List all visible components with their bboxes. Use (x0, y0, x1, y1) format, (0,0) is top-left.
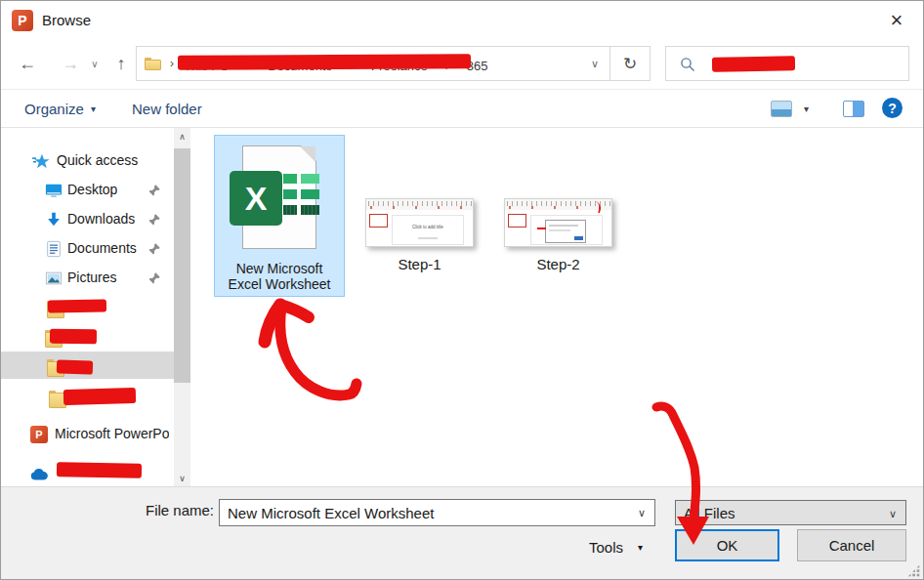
scroll-down-button[interactable]: ∨ (174, 470, 190, 486)
file-type-select[interactable]: All Files ∨ (675, 500, 906, 525)
breadcrumb[interactable]: › This PC › Documents › Freelance › 365 (137, 47, 580, 80)
file-name-value: New Microsoft Excel Worksheet (228, 500, 434, 526)
search-input[interactable] (665, 46, 909, 81)
file-name-label[interactable]: Step-1 (365, 256, 474, 272)
redaction-marker (57, 462, 142, 478)
tools-dropdown[interactable]: Tools ▾ (589, 539, 643, 556)
file-name-label: New Microsoft Excel Worksheet (215, 261, 344, 292)
sidebar-item-folder-redacted[interactable] (1, 383, 174, 410)
sidebar-item-onedrive-redacted[interactable] (1, 460, 174, 487)
scrollbar-thumb[interactable] (174, 148, 190, 383)
views-dropdown-button[interactable]: ▾ (804, 90, 809, 127)
forward-icon: → (62, 54, 79, 74)
redaction-marker (63, 388, 136, 405)
onedrive-cloud-icon (30, 466, 48, 483)
file-tile-step1[interactable]: Click to add title (365, 198, 474, 247)
organize-button[interactable]: Organize ▾ (24, 90, 96, 127)
footer-panel: File name: New Microsoft Excel Worksheet… (1, 486, 923, 580)
mini-red-mark (537, 228, 546, 229)
address-dropdown-button[interactable]: ∨ (580, 47, 609, 80)
navigation-bar: ← → ∨ ↑ › This PC › Documents › Freelanc… (1, 46, 923, 81)
file-tile-excel-selected[interactable]: X New Microsoft Excel Worksheet (214, 135, 345, 297)
sidebar-item-label: Downloads (67, 211, 135, 227)
excel-bar (283, 189, 297, 199)
redaction-marker (48, 299, 106, 312)
help-button[interactable]: ? (882, 98, 903, 118)
file-name-combobox[interactable]: New Microsoft Excel Worksheet ∨ (219, 499, 655, 526)
file-list: X New Microsoft Excel Worksheet Click to… (192, 128, 922, 486)
mini-slide-title: Click to add title (401, 225, 454, 229)
sidebar-item-label: Pictures (67, 269, 117, 285)
quick-access-star-icon (32, 152, 50, 170)
pin-icon[interactable] (147, 213, 161, 227)
redaction-marker (712, 56, 795, 71)
excel-bar (301, 189, 319, 199)
organize-label: Organize (24, 101, 84, 117)
page-fold (300, 146, 315, 162)
pin-icon[interactable] (147, 271, 161, 285)
sidebar-item-folder-redacted[interactable] (1, 322, 174, 350)
excel-bar (283, 205, 297, 215)
documents-icon (45, 240, 63, 258)
excel-logo-icon: X (230, 171, 282, 226)
chevron-down-icon: ∨ (889, 501, 897, 526)
file-name-field-label: File name: (128, 502, 214, 518)
browse-dialog: P Browse × ← → ∨ ↑ › This PC › D (0, 0, 924, 580)
excel-bar (301, 174, 319, 184)
chevron-down-icon: ▾ (804, 104, 809, 114)
recent-locations-button[interactable]: ∨ (85, 46, 105, 81)
back-button[interactable]: ← (13, 46, 42, 81)
sidebar-item-folder-redacted-selected[interactable] (1, 352, 174, 379)
chevron-down-icon: ∨ (91, 59, 98, 69)
help-icon: ? (888, 101, 897, 116)
powerpoint-icon: P (30, 426, 48, 443)
new-folder-button[interactable]: New folder (132, 90, 202, 127)
cancel-button[interactable]: Cancel (797, 529, 906, 561)
chevron-down-icon: ▾ (638, 542, 643, 553)
command-bar: Organize ▾ New folder ▾ ? (1, 89, 923, 128)
sidebar-item-label: Documents (67, 240, 137, 256)
location-folder-icon (145, 58, 161, 70)
ribbon-strip (366, 199, 473, 210)
file-tile-step2[interactable] (504, 198, 612, 247)
breadcrumb-separator-icon: › (170, 57, 174, 70)
back-icon: ← (19, 54, 36, 74)
navigation-pane: Quick access Desktop Downloads (1, 128, 174, 486)
search-icon (680, 57, 695, 72)
slide-panel (369, 214, 388, 228)
sidebar-item-desktop[interactable]: Desktop (1, 177, 174, 204)
forward-button[interactable]: → (56, 46, 85, 81)
up-button[interactable]: ↑ (106, 46, 136, 81)
sidebar-item-downloads[interactable]: Downloads (1, 206, 174, 233)
sidebar-scrollbar[interactable]: ∧ ∨ (174, 128, 190, 486)
sidebar-item-folder-redacted[interactable] (1, 293, 174, 320)
file-name-label[interactable]: Step-2 (504, 256, 612, 272)
ok-label: OK (717, 537, 738, 554)
sidebar-item-documents[interactable]: Documents (1, 235, 174, 263)
up-icon: ↑ (117, 54, 126, 74)
preview-pane-button[interactable] (843, 90, 864, 127)
window-title: Browse (42, 12, 91, 28)
sidebar-item-quick-access[interactable]: Quick access (1, 147, 174, 175)
resize-grip[interactable] (907, 564, 920, 577)
ok-button[interactable]: OK (675, 529, 779, 561)
pin-icon[interactable] (147, 184, 161, 197)
redaction-marker (178, 54, 471, 70)
preview-pane-icon (843, 101, 864, 117)
sidebar-item-microsoft-powerpoint[interactable]: P Microsoft PowerPo (1, 421, 174, 448)
sidebar-item-label: Microsoft PowerPo (55, 426, 169, 441)
slide-panel (508, 214, 526, 228)
close-button[interactable]: × (880, 7, 913, 34)
redaction-marker (57, 359, 93, 374)
views-icon (771, 101, 792, 117)
new-folder-label: New folder (132, 101, 202, 117)
slide-area: Click to add title (392, 215, 464, 245)
address-bar[interactable]: › This PC › Documents › Freelance › 365 … (136, 46, 651, 81)
sidebar-item-pictures[interactable]: Pictures (1, 265, 174, 292)
scroll-up-button[interactable]: ∧ (174, 128, 190, 145)
refresh-button[interactable]: ↻ (609, 47, 650, 80)
chevron-down-icon: ∨ (638, 500, 646, 526)
pin-icon[interactable] (147, 242, 161, 256)
views-button[interactable] (771, 90, 792, 127)
cancel-label: Cancel (829, 537, 875, 554)
